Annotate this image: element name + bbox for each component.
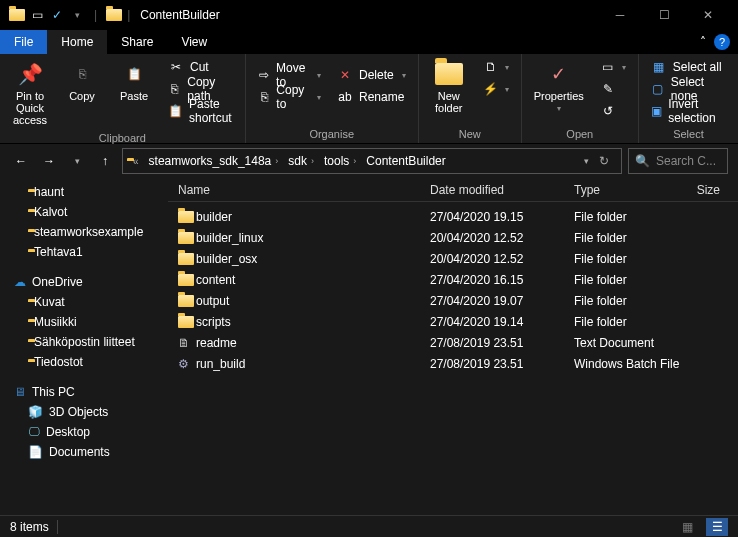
- file-name: run_build: [196, 357, 430, 371]
- crumb-0[interactable]: steamworks_sdk_148a›: [145, 154, 283, 168]
- col-date[interactable]: Date modified: [430, 183, 574, 197]
- group-label-new: New: [425, 126, 515, 143]
- nav-item[interactable]: Sähköpostin liitteet: [0, 332, 168, 352]
- crumb-2[interactable]: tools›: [320, 154, 360, 168]
- chevron-down-icon[interactable]: ▾: [584, 156, 589, 166]
- edit-button[interactable]: ✎: [594, 78, 632, 100]
- properties-qat-icon[interactable]: ▭: [28, 6, 46, 24]
- crumb-3[interactable]: ContentBuilder: [362, 154, 449, 168]
- move-to-icon: ⇨: [258, 67, 270, 83]
- file-date: 27/04/2020 19.15: [430, 210, 574, 224]
- nav-item[interactable]: 🧊3D Objects: [0, 402, 168, 422]
- tab-home[interactable]: Home: [47, 30, 107, 54]
- paste-button[interactable]: 📋 Paste: [110, 56, 158, 106]
- file-name: content: [196, 273, 430, 287]
- pin-to-quick-access-button[interactable]: 📌 Pin to Quick access: [6, 56, 54, 130]
- file-date: 27/04/2020 19.14: [430, 315, 574, 329]
- status-bar: 8 items ▦ ☰: [0, 515, 738, 537]
- group-label-open: Open: [528, 126, 632, 143]
- table-row[interactable]: scripts27/04/2020 19.14File folder: [168, 311, 738, 332]
- refresh-icon[interactable]: ↻: [599, 154, 609, 168]
- easy-access-button[interactable]: ⚡▾: [477, 78, 515, 100]
- table-row[interactable]: 🗎readme27/08/2019 23.51Text Document: [168, 332, 738, 353]
- ribbon: 📌 Pin to Quick access ⎘ Copy 📋 Paste ✂Cu…: [0, 54, 738, 144]
- history-icon: ↺: [600, 103, 616, 119]
- chevron-up-icon[interactable]: ˄: [700, 35, 706, 49]
- rename-icon: ab: [337, 89, 353, 105]
- table-row[interactable]: builder27/04/2020 19.15File folder: [168, 206, 738, 227]
- close-button[interactable]: ✕: [686, 0, 730, 30]
- properties-button[interactable]: ✓ Properties ▾: [528, 56, 590, 117]
- file-date: 20/04/2020 12.52: [430, 252, 574, 266]
- invert-selection-button[interactable]: ▣Invert selection: [645, 100, 732, 122]
- delete-button[interactable]: ✕Delete▾: [331, 64, 412, 86]
- column-headers[interactable]: Name Date modified Type Size: [168, 178, 738, 202]
- copy-to-icon: ⎘: [258, 89, 271, 105]
- tab-file[interactable]: File: [0, 30, 47, 54]
- cloud-icon: ☁: [14, 275, 26, 289]
- nav-this-pc[interactable]: 🖥This PC: [0, 382, 168, 402]
- folder-icon: 📄: [28, 445, 43, 459]
- qat-dropdown-icon[interactable]: ▾: [68, 6, 86, 24]
- nav-item[interactable]: 📄Documents: [0, 442, 168, 462]
- nav-item[interactable]: Tehtava1: [0, 242, 168, 262]
- file-icon: 🗎: [178, 336, 196, 350]
- copy-button[interactable]: ⎘ Copy: [58, 56, 106, 106]
- main-area: hauntKalvotsteamworksexampleTehtava1 ☁On…: [0, 178, 738, 515]
- paste-icon: 📋: [120, 60, 148, 88]
- search-input[interactable]: 🔍 Search C...: [628, 148, 728, 174]
- minimize-button[interactable]: ─: [598, 0, 642, 30]
- table-row[interactable]: ⚙run_build27/08/2019 23.51Windows Batch …: [168, 353, 738, 374]
- file-list-pane: ˄ Name Date modified Type Size builder27…: [168, 178, 738, 515]
- view-details-button[interactable]: ☰: [706, 518, 728, 536]
- status-count: 8 items: [10, 520, 49, 534]
- crumb-1[interactable]: sdk›: [284, 154, 318, 168]
- group-label-organise: Organise: [252, 126, 412, 143]
- nav-item[interactable]: Tiedostot: [0, 352, 168, 372]
- rename-button[interactable]: abRename: [331, 86, 412, 108]
- history-button[interactable]: ↺: [594, 100, 632, 122]
- new-folder-qat-icon[interactable]: ✓: [48, 6, 66, 24]
- table-row[interactable]: builder_osx20/04/2020 12.52File folder: [168, 248, 738, 269]
- col-size[interactable]: Size: [692, 183, 738, 197]
- forward-button[interactable]: →: [38, 150, 60, 172]
- table-row[interactable]: builder_linux20/04/2020 12.52File folder: [168, 227, 738, 248]
- paste-shortcut-icon: 📋: [168, 103, 183, 119]
- open-button[interactable]: ▭▾: [594, 56, 632, 78]
- file-date: 27/04/2020 16.15: [430, 273, 574, 287]
- new-folder-button[interactable]: New folder: [425, 56, 473, 118]
- nav-item[interactable]: haunt: [0, 182, 168, 202]
- folder-icon: 🧊: [28, 405, 43, 419]
- table-row[interactable]: content27/04/2020 16.15File folder: [168, 269, 738, 290]
- open-icon: ▭: [600, 59, 616, 75]
- up-button[interactable]: ↑: [94, 150, 116, 172]
- copy-to-button[interactable]: ⎘Copy to▾: [252, 86, 327, 108]
- paste-shortcut-button[interactable]: 📋Paste shortcut: [162, 100, 239, 122]
- folder-icon: 🖵: [28, 425, 40, 439]
- new-item-button[interactable]: 🗋▾: [477, 56, 515, 78]
- nav-onedrive[interactable]: ☁OneDrive: [0, 272, 168, 292]
- file-type: File folder: [574, 231, 704, 245]
- file-type: File folder: [574, 252, 704, 266]
- nav-item[interactable]: Kuvat: [0, 292, 168, 312]
- nav-item[interactable]: steamworksexample: [0, 222, 168, 242]
- back-button[interactable]: ←: [10, 150, 32, 172]
- tab-share[interactable]: Share: [107, 30, 167, 54]
- col-name[interactable]: Name: [178, 183, 430, 197]
- table-row[interactable]: output27/04/2020 19.07File folder: [168, 290, 738, 311]
- navigation-pane[interactable]: hauntKalvotsteamworksexampleTehtava1 ☁On…: [0, 178, 168, 515]
- view-large-icons-button[interactable]: ▦: [676, 518, 698, 536]
- file-rows[interactable]: builder27/04/2020 19.15File folderbuilde…: [168, 202, 738, 515]
- nav-item[interactable]: Kalvot: [0, 202, 168, 222]
- help-icon[interactable]: ?: [714, 34, 730, 50]
- group-label-select: Select: [645, 126, 732, 143]
- file-name: builder: [196, 210, 430, 224]
- tab-view[interactable]: View: [167, 30, 221, 54]
- new-item-icon: 🗋: [483, 59, 499, 75]
- nav-item[interactable]: Musiikki: [0, 312, 168, 332]
- maximize-button[interactable]: ☐: [642, 0, 686, 30]
- address-bar[interactable]: « steamworks_sdk_148a› sdk› tools› Conte…: [122, 148, 622, 174]
- recent-dropdown[interactable]: ▾: [66, 150, 88, 172]
- col-type[interactable]: Type: [574, 183, 692, 197]
- nav-item[interactable]: 🖵Desktop: [0, 422, 168, 442]
